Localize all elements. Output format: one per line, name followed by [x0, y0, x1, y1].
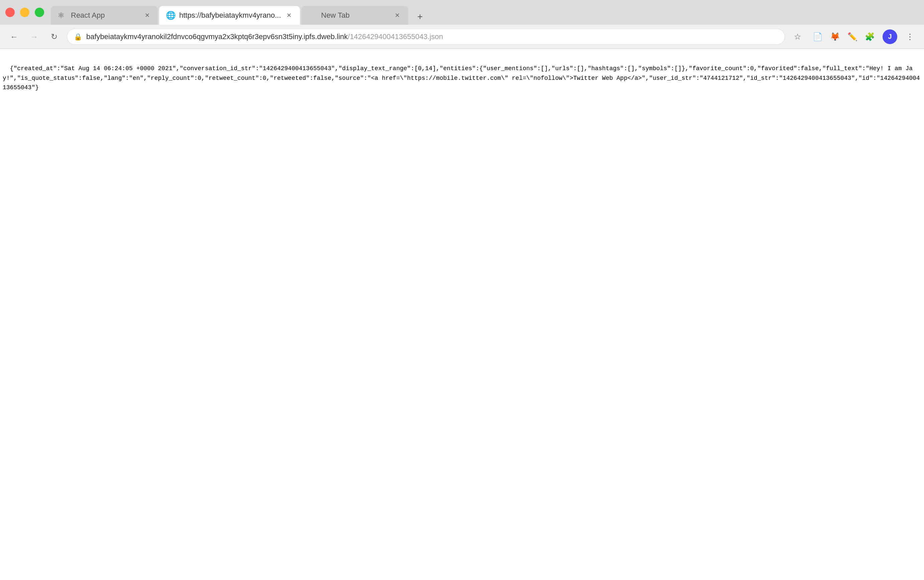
address-base: bafybeiataykmv4yranokil2fdnvco6qgvmya2x3…: [86, 32, 348, 41]
new-tab-button[interactable]: +: [412, 9, 428, 25]
address-text: bafybeiataykmv4yranokil2fdnvco6qgvmya2x3…: [86, 32, 778, 41]
lock-icon: 🔒: [74, 33, 82, 41]
extensions-button[interactable]: 🧩: [863, 30, 877, 44]
reload-button[interactable]: ↻: [47, 30, 61, 44]
json-text: {"created_at":"Sat Aug 14 06:24:05 +0000…: [3, 65, 920, 91]
bookmark-button[interactable]: ☆: [790, 30, 805, 44]
tab-react-app[interactable]: ⚛ React App ✕: [51, 6, 158, 25]
menu-button[interactable]: ⋮: [903, 30, 917, 44]
maximize-window-button[interactable]: [35, 8, 44, 17]
window-controls: [5, 8, 44, 17]
minimize-window-button[interactable]: [20, 8, 30, 17]
page-content: {"created_at":"Sat Aug 14 06:24:05 +0000…: [0, 49, 924, 98]
tab-favicon-new: [308, 11, 317, 20]
tab-close-new[interactable]: ✕: [393, 12, 401, 20]
tab-favicon-react: ⚛: [58, 11, 67, 20]
tab-close-react[interactable]: ✕: [143, 12, 151, 20]
profile-button[interactable]: J: [883, 30, 897, 44]
tab-label-new: New Tab: [321, 11, 389, 20]
tabs-container: ⚛ React App ✕ 🌐 https://bafybeiataykmv4y…: [51, 0, 919, 25]
address-path: /1426429400413655043.json: [348, 32, 443, 41]
tab-new-tab[interactable]: New Tab ✕: [301, 6, 408, 25]
close-window-button[interactable]: [5, 8, 15, 17]
tab-label-react: React App: [71, 11, 139, 20]
title-bar: ⚛ React App ✕ 🌐 https://bafybeiataykmv4y…: [0, 0, 924, 25]
address-input-container[interactable]: 🔒 bafybeiataykmv4yranokil2fdnvco6qgvmya2…: [67, 29, 785, 45]
other-extension-1[interactable]: ✏️: [845, 30, 860, 44]
tab-ipfs[interactable]: 🌐 https://bafybeiataykmv4yrano... ✕: [159, 6, 300, 25]
tab-favicon-ipfs: 🌐: [166, 11, 175, 20]
metamask-extension[interactable]: 🦊: [828, 30, 842, 44]
back-button[interactable]: ←: [7, 30, 21, 44]
tab-close-ipfs[interactable]: ✕: [285, 12, 293, 20]
tab-label-ipfs: https://bafybeiataykmv4yrano...: [179, 11, 281, 20]
extensions-group: 📄 🦊 ✏️ 🧩: [810, 30, 877, 44]
google-docs-extension[interactable]: 📄: [810, 30, 825, 44]
forward-button[interactable]: →: [27, 30, 41, 44]
address-bar: ← → ↻ 🔒 bafybeiataykmv4yranokil2fdnvco6q…: [0, 25, 924, 49]
browser-chrome: ⚛ React App ✕ 🌐 https://bafybeiataykmv4y…: [0, 0, 924, 49]
